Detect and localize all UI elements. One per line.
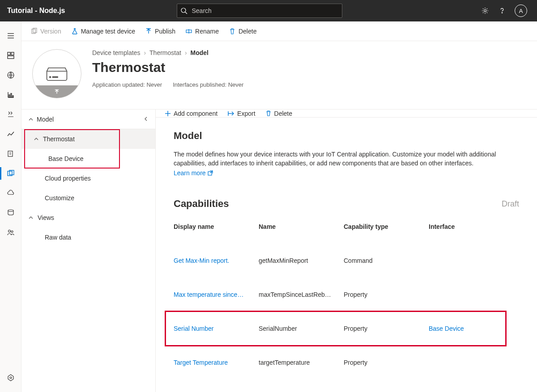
flask-icon [71,28,78,35]
device-icon [44,65,69,82]
version-button[interactable]: Version [30,28,61,35]
detail-panel: Add component Export Delete Model The mo… [156,110,537,392]
tree-item-thermostat[interactable]: Thermostat [21,129,155,149]
analytics-icon[interactable] [0,124,21,144]
settings-icon[interactable] [481,6,490,15]
tree-header[interactable]: Model [21,110,155,129]
add-component-button[interactable]: Add component [165,110,217,117]
database-icon[interactable] [0,203,21,223]
dashboard-icon[interactable] [0,46,21,65]
breadcrumb-current: Model [191,49,209,56]
manage-test-device-button[interactable]: Manage test device [71,28,135,35]
svg-point-21 [11,231,13,232]
tree-panel: Model Thermostat Base Device Clo [21,110,156,392]
cloud-icon[interactable] [0,183,21,203]
tree-item-views[interactable]: Views [21,208,155,228]
interfaces-published-label: Interfaces published: Never [173,81,243,88]
svg-point-28 [50,76,51,78]
svg-rect-7 [8,52,10,55]
trash-icon [229,28,236,35]
avatar[interactable]: A [515,4,527,17]
capability-link[interactable]: Serial Number [174,325,259,332]
table-header-row: Display name Name Capability type Interf… [174,223,519,244]
chevron-up-icon [34,137,38,141]
external-link-icon [208,170,213,176]
settings-rail-icon[interactable] [0,368,21,388]
delete-button[interactable]: Delete [229,28,256,35]
breadcrumb-item[interactable]: Thermostat [149,49,181,56]
plus-icon [165,110,171,117]
users-icon[interactable] [0,223,21,242]
app-updated-label: Application updated: Never [92,81,162,88]
chevron-up-icon [29,117,33,122]
svg-point-19 [8,210,13,211]
svg-rect-9 [8,56,14,59]
chart-icon[interactable] [0,85,21,105]
svg-point-23 [10,377,12,379]
breadcrumb-item[interactable]: Device templates [92,49,140,56]
rename-button[interactable]: Rename [185,28,219,35]
tree-item-base-device[interactable]: Base Device [21,149,155,169]
upload-icon [54,89,60,95]
device-template-icon [32,49,81,98]
svg-point-3 [502,13,502,13]
capability-link[interactable]: Max temperature since… [174,291,259,298]
svg-rect-15 [13,96,13,97]
publish-icon [145,28,152,35]
publish-button[interactable]: Publish [145,28,175,35]
detail-command-bar: Add component Export Delete [156,110,537,118]
col-capability-type: Capability type [344,223,429,230]
delete-model-button[interactable]: Delete [265,110,292,117]
svg-rect-14 [11,93,12,97]
command-bar: Version Manage test device Publish Renam… [21,21,537,41]
capability-link[interactable]: Target Temperature [174,359,259,366]
capability-link[interactable]: Get Max-Min report. [174,257,259,264]
page-title: Thermostat [92,60,243,75]
col-display-name: Display name [174,223,259,230]
device-templates-icon[interactable] [0,164,21,183]
rules-icon[interactable] [0,105,21,124]
rename-icon [185,28,192,35]
svg-rect-16 [8,151,13,156]
tree-item-raw-data[interactable]: Raw data [21,228,155,247]
svg-point-20 [8,230,10,232]
svg-point-2 [484,10,486,12]
table-row[interactable]: Get Max-Min report. getMaxMinReport Comm… [174,244,519,278]
capabilities-title: Capabilities [174,198,229,210]
table-row-highlighted[interactable]: Serial Number SerialNumber Property Base… [166,312,506,346]
help-icon[interactable] [498,6,507,15]
search-input[interactable] [177,4,342,18]
model-section-description: The model defines how your device intera… [174,150,519,168]
export-button[interactable]: Export [227,110,255,117]
svg-marker-22 [8,375,13,381]
search-icon [180,7,188,14]
capabilities-table: Display name Name Capability type Interf… [174,223,519,379]
table-row[interactable]: Target Temperature targetTemperature Pro… [174,346,519,379]
svg-rect-29 [53,77,58,78]
header-area: Device templates › Thermostat › Model Th… [21,41,537,109]
svg-point-0 [181,8,186,13]
jobs-icon[interactable] [0,144,21,164]
copy-icon [30,28,38,35]
tree-item-customize[interactable]: Customize [21,188,155,208]
learn-more-link[interactable]: Learn more [174,169,213,177]
svg-rect-8 [11,52,14,55]
globe-icon[interactable] [0,65,21,85]
topbar: Tutorial - Node.js A [0,0,537,21]
tree-item-cloud-properties[interactable]: Cloud properties [21,169,155,188]
table-row[interactable]: Max temperature since… maxTempSinceLastR… [174,278,519,312]
collapse-left-icon[interactable] [144,116,148,122]
model-section-title: Model [174,130,519,142]
iconrail [0,21,21,392]
app-title: Tutorial - Node.js [7,7,65,15]
breadcrumb: Device templates › Thermostat › Model [92,49,243,56]
avatar-initial: A [519,8,523,14]
col-interface: Interface [429,223,519,230]
svg-rect-13 [9,95,10,97]
hamburger-icon[interactable] [0,26,21,46]
chevron-up-icon [29,215,33,220]
col-name: Name [259,223,344,230]
main-content: Version Manage test device Publish Renam… [21,21,537,392]
trash-icon [265,110,272,117]
status-badge: Draft [502,199,519,209]
